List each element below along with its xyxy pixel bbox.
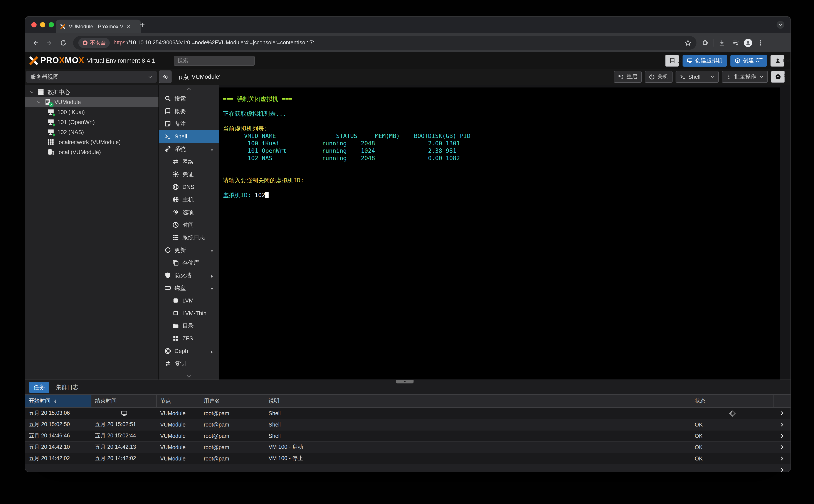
tree-item-100-ikuai-[interactable]: 100 (iKuai) — [25, 107, 158, 117]
create-vm-button[interactable]: 创建虚拟机 — [683, 55, 727, 66]
tree-item-102-nas-[interactable]: 102 (NAS) — [25, 127, 158, 137]
tree-item-101-openwrt-[interactable]: 101 (OpenWrt) — [25, 117, 158, 127]
view-select[interactable]: 服务器视图 — [26, 71, 157, 83]
nav-item--[interactable]: 凭证 — [159, 168, 219, 181]
tree-expander[interactable] — [37, 99, 43, 105]
nav-scroll-down[interactable] — [159, 373, 219, 380]
chevron-right-icon — [779, 467, 784, 472]
nav-item-zfs[interactable]: ZFS — [159, 332, 219, 345]
tree-expander[interactable] — [30, 89, 36, 95]
task-row[interactable]: 五月 20 14:42:10五月 20 14:42:13VUModuleroot… — [25, 442, 790, 453]
tab-cluster-log[interactable]: 集群日志 — [55, 381, 79, 393]
task-row[interactable]: 五月 20 14:42:02五月 20 14:42:02VUModuleroot… — [25, 453, 790, 464]
nav-item--[interactable]: 系统日志 — [159, 231, 219, 244]
nav-item--[interactable]: 系统 — [159, 143, 219, 155]
task-expand[interactable] — [774, 467, 790, 472]
window-controls — [25, 22, 54, 27]
help-button[interactable]: ?帮助 — [771, 71, 785, 83]
new-tab-button[interactable] — [139, 22, 145, 28]
forward-button[interactable] — [44, 37, 55, 48]
profile-avatar[interactable] — [744, 39, 752, 47]
tab-tasks[interactable]: 任务 — [29, 381, 49, 393]
back-button[interactable] — [30, 37, 41, 48]
nav-item-lvm[interactable]: LVM — [159, 294, 219, 307]
media-playlist-button[interactable] — [730, 37, 741, 48]
task-row[interactable]: 五月 20 15:03:06VUModuleroot@pamShell — [25, 408, 790, 419]
desktop: VUModule - Proxmox Virtual E 不安全 https:/… — [0, 0, 814, 504]
nav-item--[interactable]: 复制 — [159, 357, 219, 370]
search-icon — [165, 95, 171, 102]
nav-item-ceph[interactable]: Ceph — [159, 345, 219, 357]
refresh-icon — [165, 247, 171, 253]
tab-close-icon[interactable] — [126, 24, 131, 29]
nav-item-shell[interactable]: Shell — [159, 130, 219, 143]
shell-terminal[interactable]: === 强制关闭虚拟机 ===正在获取虚拟机列表...当前虚拟机列表: VMID… — [219, 87, 780, 380]
user-menu-button[interactable]: root@pam — [770, 55, 784, 66]
task-expand[interactable] — [774, 445, 790, 450]
bookmark-star-icon[interactable] — [685, 39, 691, 46]
close-window-button[interactable] — [31, 22, 37, 27]
chevron-right-icon — [779, 445, 784, 450]
nav-item--[interactable]: 磁盘 — [159, 282, 219, 294]
minimize-window-button[interactable] — [40, 22, 45, 27]
caretdown-icon — [210, 287, 214, 291]
task-user: root@pam — [200, 433, 265, 439]
task-row[interactable]: 五月 20 14:46:46五月 20 15:02:44VUModuleroot… — [25, 430, 790, 442]
column-header-2[interactable]: 节点 — [157, 395, 200, 407]
downloads-button[interactable] — [716, 37, 727, 48]
security-chip[interactable]: 不安全 — [78, 38, 110, 48]
nav-item--[interactable]: 网络 — [159, 155, 219, 168]
nav-item--[interactable]: 搜索 — [159, 92, 219, 105]
task-row[interactable]: 五月 20 15:02:50五月 20 15:02:51VUModuleroot… — [25, 419, 790, 430]
task-expand[interactable] — [774, 411, 790, 416]
browser-menu-button[interactable] — [755, 37, 766, 48]
task-expand[interactable] — [774, 422, 790, 427]
fullscreen-window-button[interactable] — [49, 22, 54, 27]
monitor-icon — [687, 58, 693, 63]
tree-item-local-vumodule-[interactable]: local (VUModule) — [25, 147, 158, 157]
task-row[interactable] — [25, 464, 790, 472]
tree-item-localnetwork-vumodule-[interactable]: localnetwork (VUModule) — [25, 137, 158, 147]
reload-button[interactable] — [57, 37, 69, 48]
nav-item-label: 系统日志 — [182, 234, 205, 241]
nav-item--[interactable]: 概要 — [159, 105, 219, 118]
documentation-button[interactable]: 文档 — [665, 55, 679, 66]
address-bar[interactable]: 不安全 https://10.10.10.254:8006/#v1:0:=nod… — [73, 36, 696, 49]
nav-item--[interactable]: 存储库 — [159, 256, 219, 269]
panel-splitter-handle[interactable] — [396, 380, 414, 383]
column-header-4[interactable]: 说明 — [265, 395, 691, 407]
terminal-line: 100 iKuai running 2048 2.00 1301 — [223, 140, 780, 147]
nav-item--[interactable]: 防火墙 — [159, 269, 219, 282]
nav-item-lvm-thin[interactable]: LVM-Thin — [159, 307, 219, 319]
column-header-1[interactable]: 结束时间 — [91, 395, 157, 407]
task-end-time: 五月 20 14:42:13 — [91, 444, 157, 451]
tree-item--[interactable]: 数据中心 — [25, 87, 158, 97]
column-header-3[interactable]: 用户名 — [200, 395, 265, 407]
tree-item-vumodule[interactable]: VUModule — [25, 97, 158, 107]
column-header-5[interactable]: 状态 — [691, 395, 774, 407]
tab-search-button[interactable] — [777, 21, 784, 29]
shell-button[interactable]: Shell — [676, 71, 719, 83]
bulk-actions-button[interactable]: 批量操作 — [722, 71, 768, 83]
restart-button[interactable]: 重启 — [614, 71, 642, 83]
nav-item--[interactable]: 备注 — [159, 118, 219, 130]
nav-item--[interactable]: 选项 — [159, 206, 219, 218]
power-icon — [649, 74, 655, 80]
task-expand[interactable] — [774, 433, 790, 438]
playlist-music-icon — [732, 39, 739, 46]
column-header-0[interactable]: 开始时间 — [25, 395, 91, 407]
nav-item--[interactable]: 目录 — [159, 319, 219, 332]
create-ct-button[interactable]: 创建 CT — [730, 55, 767, 66]
extensions-button[interactable] — [699, 37, 710, 48]
nav-item--[interactable]: 主机 — [159, 193, 219, 206]
global-search-input[interactable] — [173, 55, 254, 66]
nav-item-dns[interactable]: DNS — [159, 181, 219, 193]
browser-tab[interactable]: VUModule - Proxmox Virtual E — [56, 20, 141, 33]
tree-settings-button[interactable] — [159, 71, 172, 83]
task-expand[interactable] — [774, 456, 790, 461]
nav-item--[interactable]: 更新 — [159, 244, 219, 256]
nav-scroll-up[interactable] — [159, 86, 219, 92]
shutdown-button[interactable]: 关机 — [645, 71, 673, 83]
nav-item--[interactable]: 时间 — [159, 218, 219, 231]
ellipsis-vertical-icon — [726, 74, 732, 80]
